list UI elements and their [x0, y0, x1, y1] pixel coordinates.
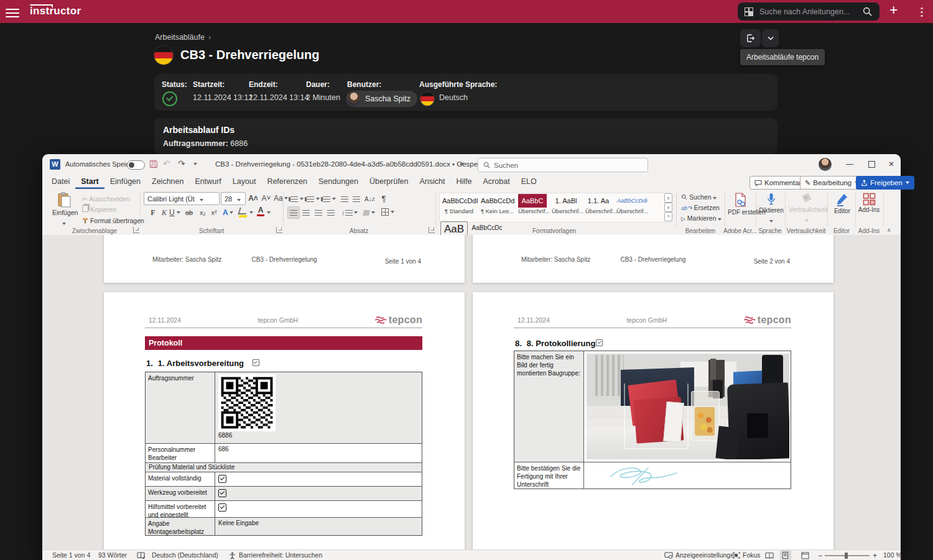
- document-canvas[interactable]: Mitarbeiter: Sascha Spitz CB3 - Drehverr…: [42, 235, 901, 549]
- statusbar-display-settings[interactable]: Anzeigeeinstellungen: [675, 551, 738, 559]
- search-icon[interactable]: [863, 7, 872, 16]
- clipboard-dialog-launcher-icon[interactable]: [133, 227, 139, 233]
- web-layout-icon[interactable]: [801, 552, 809, 559]
- account-avatar[interactable]: [819, 158, 832, 171]
- italic-button[interactable]: K: [159, 207, 169, 218]
- justify-button[interactable]: [326, 207, 336, 218]
- statusbar-focus[interactable]: Fokus: [743, 551, 761, 559]
- quick-access-chevron-icon[interactable]: [193, 163, 197, 165]
- style-standard[interactable]: AaBbCcDdI¶ Standard: [440, 194, 478, 220]
- styles-scroll-up-icon[interactable]: ∧: [664, 193, 672, 203]
- shading-button[interactable]: [363, 207, 375, 218]
- find-button[interactable]: Suchen: [681, 193, 717, 201]
- kebab-menu-icon[interactable]: [921, 6, 923, 19]
- focus-icon[interactable]: [733, 552, 740, 559]
- replace-button[interactable]: ab↷ Ersetzen: [681, 204, 720, 211]
- editor-button[interactable]: Editor: [831, 193, 853, 214]
- copy-button[interactable]: Kopieren: [82, 203, 116, 214]
- tab-hilfe[interactable]: Hilfe: [451, 175, 478, 189]
- share-button[interactable]: Freigeben: [856, 176, 914, 190]
- save-icon[interactable]: [149, 160, 158, 168]
- tab-einfuegen[interactable]: Einfügen: [104, 175, 146, 189]
- tab-referenzen[interactable]: Referenzen: [261, 175, 313, 189]
- subscript-button[interactable]: x₂: [198, 207, 208, 218]
- zoom-out-button[interactable]: −: [818, 551, 822, 560]
- style-ueberschrift-1[interactable]: AaBbCÜberschrif...: [516, 194, 549, 220]
- close-button[interactable]: ✕: [882, 154, 901, 174]
- tab-ueberpruefen[interactable]: Überprüfen: [364, 175, 414, 189]
- align-right-button[interactable]: [313, 207, 323, 218]
- maximize-button[interactable]: [862, 154, 881, 174]
- select-button[interactable]: ▷ Markieren: [681, 214, 722, 222]
- breadcrumb[interactable]: Arbeitsabläufe›: [155, 33, 211, 42]
- text-effects-button[interactable]: A: [223, 207, 233, 218]
- addins-button[interactable]: Add-Ins: [858, 193, 880, 213]
- autosave-toggle[interactable]: [127, 160, 145, 170]
- tab-entwurf[interactable]: Entwurf: [189, 175, 226, 189]
- accessibility-icon[interactable]: [229, 552, 236, 559]
- shrink-font-button[interactable]: A˅: [261, 193, 271, 204]
- hamburger-icon[interactable]: [6, 6, 19, 16]
- bold-button[interactable]: F: [148, 207, 158, 218]
- export-dropdown-button[interactable]: [762, 29, 779, 47]
- dictate-button[interactable]: Diktieren: [759, 193, 784, 225]
- search-input[interactable]: Suche nach Anleitungen...: [738, 2, 880, 21]
- export-button[interactable]: [740, 29, 761, 47]
- zoom-in-button[interactable]: +: [873, 551, 877, 560]
- font-name-select[interactable]: Calibri Light (Üt: [144, 192, 220, 205]
- styles-gallery-more-icon[interactable]: ≡: [664, 212, 672, 221]
- line-spacing-button[interactable]: ↕: [341, 207, 358, 218]
- create-pdf-button[interactable]: PDF erstellen: [728, 193, 754, 216]
- multilevel-list-button[interactable]: [320, 193, 336, 204]
- word-search-input[interactable]: Suchen: [478, 158, 648, 172]
- breadcrumb-label[interactable]: Arbeitsabläufe: [155, 33, 205, 42]
- redo-icon[interactable]: ↷: [178, 158, 185, 168]
- statusbar-language[interactable]: Deutsch (Deutschland): [152, 551, 218, 559]
- align-left-button[interactable]: [287, 206, 300, 219]
- statusbar-words[interactable]: 93 Wörter: [98, 551, 127, 559]
- tab-acrobat[interactable]: Acrobat: [478, 175, 516, 189]
- grow-font-button[interactable]: A˄: [248, 193, 258, 204]
- style-ueberschrift-2[interactable]: 1. AaBlÜberschrif...: [550, 194, 582, 220]
- editing-mode-button[interactable]: ✎ Bearbeitung: [800, 176, 863, 190]
- statusbar-accessibility[interactable]: Barrierefreiheit: Untersuchen: [239, 551, 322, 559]
- superscript-button[interactable]: x²: [209, 207, 219, 218]
- font-dialog-launcher-icon[interactable]: [276, 227, 282, 233]
- increase-indent-button[interactable]: [351, 193, 361, 204]
- align-center-button[interactable]: [301, 207, 311, 218]
- zoom-slider-handle[interactable]: [845, 553, 848, 559]
- qr-scan-icon[interactable]: [745, 7, 753, 16]
- tab-layout[interactable]: Layout: [227, 175, 262, 189]
- collapse-ribbon-icon[interactable]: ∧: [887, 227, 891, 233]
- paragraph-dialog-launcher-icon[interactable]: [429, 227, 435, 233]
- cut-button[interactable]: ✂ Ausschneiden: [82, 193, 130, 204]
- sort-button[interactable]: A↓Z: [364, 193, 375, 204]
- proofing-book-icon[interactable]: [137, 552, 145, 559]
- style-ueberschrift-3[interactable]: 1.1. AaÜberschrif...: [583, 194, 613, 220]
- tab-datei[interactable]: Datei: [46, 175, 75, 189]
- print-layout-icon[interactable]: [780, 550, 791, 560]
- tab-sendungen[interactable]: Sendungen: [313, 175, 364, 189]
- style-kein-leerraum[interactable]: AaBbCcDd¶ Kein Lee...: [479, 194, 515, 220]
- format-painter-button[interactable]: Format übertragen: [82, 214, 144, 226]
- add-icon[interactable]: +: [889, 2, 898, 19]
- document-title-chevron-icon[interactable]: [460, 163, 464, 165]
- statusbar-page[interactable]: Seite 1 von 4: [52, 551, 90, 559]
- styles-scroll-down-icon[interactable]: ∨: [664, 203, 672, 212]
- decrease-indent-button[interactable]: [340, 193, 350, 204]
- bullet-list-button[interactable]: [288, 193, 304, 204]
- display-settings-icon[interactable]: [664, 552, 673, 559]
- font-size-select[interactable]: 28: [221, 192, 246, 205]
- borders-button[interactable]: [381, 206, 394, 218]
- user-chip[interactable]: Sascha Spitz: [346, 91, 417, 107]
- font-color-button[interactable]: A: [257, 206, 264, 216]
- pilcrow-button[interactable]: ¶: [379, 193, 389, 204]
- tab-ansicht[interactable]: Ansicht: [414, 175, 451, 189]
- undo-icon[interactable]: ↶: [163, 158, 170, 168]
- numbered-list-button[interactable]: [304, 193, 320, 204]
- underline-button[interactable]: U: [169, 207, 180, 218]
- strikethrough-button[interactable]: ab: [184, 207, 194, 218]
- read-mode-icon[interactable]: [765, 552, 774, 559]
- highlight-button[interactable]: [239, 208, 247, 218]
- tab-elo[interactable]: ELO: [516, 175, 542, 189]
